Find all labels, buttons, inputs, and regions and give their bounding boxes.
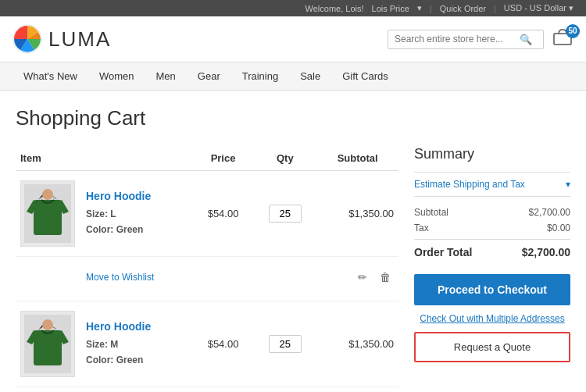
table-row: Hero Hoodie Size: M Color: Green $54.00 [16, 301, 398, 387]
col-qty: Qty [253, 146, 316, 171]
subtotal-row: Subtotal $2,700.00 [414, 205, 570, 220]
svg-point-4 [42, 189, 53, 200]
nav-item-whats-new[interactable]: What's New [13, 62, 88, 90]
subtotal-label: Subtotal [414, 207, 448, 218]
summary-box: Summary Estimate Shipping and Tax ▾ Subt… [414, 146, 570, 362]
logo[interactable]: LUMA [13, 24, 111, 54]
cart-button[interactable]: 50 [552, 29, 573, 50]
col-subtotal: Subtotal [316, 146, 398, 171]
item-qty-cell [253, 171, 316, 257]
tax-value: $0.00 [547, 223, 570, 233]
order-total-row: Order Total $2,700.00 [414, 239, 570, 265]
item-subtotal-2: $1,350.00 [316, 301, 398, 387]
header-right: 🔍 50 [388, 29, 573, 50]
cart-table-wrap: Item Price Qty Subtotal [16, 146, 398, 392]
item-subtotal: $1,350.00 [316, 171, 398, 257]
main-nav: What's New Women Men Gear Training Sale … [0, 62, 586, 91]
request-quote-button[interactable]: Request a Quote [414, 332, 570, 362]
item-color: Color: Green [86, 223, 188, 237]
currency-selector[interactable]: USD - US Dollar ▾ [504, 3, 573, 13]
move-to-wishlist-1[interactable]: Move to Wishlist [86, 272, 154, 283]
order-total-label: Order Total [414, 246, 472, 258]
svg-point-7 [42, 319, 53, 330]
logo-text: LUMA [48, 27, 111, 52]
row-actions-1: ✏ 🗑 [355, 269, 394, 285]
nav-item-gift-cards[interactable]: Gift Cards [331, 62, 399, 90]
page-title: Shopping Cart [16, 106, 570, 130]
svg-rect-6 [34, 330, 62, 365]
delete-item-1-button[interactable]: 🗑 [377, 269, 394, 285]
item-price: $54.00 [193, 171, 254, 257]
svg-rect-3 [34, 200, 62, 235]
hoodie-image [24, 184, 71, 243]
top-bar: Welcome, Lois! Lois Price ▾ | Quick Orde… [0, 0, 586, 16]
nav-item-gear[interactable]: Gear [187, 62, 231, 90]
item-actions-row-2: Move to Wishlist ✏ 🗑 [16, 387, 398, 393]
item-color-2: Color: Green [86, 353, 188, 368]
hoodie-image-2 [24, 315, 71, 373]
item-qty-cell-2 [253, 301, 316, 387]
order-total-value: $2,700.00 [522, 246, 570, 258]
tax-row: Tax $0.00 [414, 220, 570, 236]
chevron-down-icon: ▾ [566, 179, 570, 190]
search-icon: 🔍 [520, 34, 532, 45]
item-image [20, 180, 75, 247]
col-item: Item [16, 146, 193, 171]
nav-item-training[interactable]: Training [231, 62, 289, 90]
item-image-cell [16, 171, 81, 257]
nav-item-women[interactable]: Women [88, 62, 145, 90]
tax-label: Tax [414, 223, 429, 233]
item-info-cell-2: Hero Hoodie Size: M Color: Green [81, 301, 193, 387]
cart-layout: Item Price Qty Subtotal [16, 146, 570, 392]
item-image-cell-2 [16, 301, 81, 387]
nav-item-sale[interactable]: Sale [289, 62, 331, 90]
item-info-cell: Hero Hoodie Size: L Color: Green [81, 171, 193, 257]
item-actions-row: Move to Wishlist ✏ 🗑 [16, 257, 398, 301]
item-size: Size: L [86, 207, 188, 222]
nav-item-men[interactable]: Men [145, 62, 187, 90]
quick-order-link[interactable]: Quick Order [440, 4, 486, 13]
estimate-shipping-toggle[interactable]: Estimate Shipping and Tax ▾ [414, 172, 570, 197]
item-qty-input-2[interactable] [269, 335, 302, 353]
estimate-shipping-label: Estimate Shipping and Tax [414, 179, 525, 190]
item-price-2: $54.00 [193, 301, 254, 387]
subtotal-value: $2,700.00 [529, 207, 570, 218]
col-price: Price [193, 146, 254, 171]
item-name[interactable]: Hero Hoodie [86, 190, 188, 202]
summary-title: Summary [414, 146, 570, 162]
item-size-2: Size: M [86, 337, 188, 352]
dropdown-icon: ▾ [417, 3, 422, 13]
cart-table: Item Price Qty Subtotal [16, 146, 398, 392]
search-input[interactable] [395, 34, 520, 45]
welcome-text: Welcome, Lois! [306, 4, 364, 13]
site-header: LUMA 🔍 50 [0, 16, 586, 62]
page-content: Shopping Cart Item Price Qty Subtotal [0, 91, 586, 392]
item-image-2 [20, 311, 75, 377]
cart-count: 50 [566, 24, 580, 38]
item-qty-input[interactable] [269, 205, 302, 223]
logo-icon [13, 24, 42, 54]
account-link[interactable]: Lois Price [372, 4, 409, 13]
item-name-2[interactable]: Hero Hoodie [86, 320, 188, 333]
checkout-button[interactable]: Proceed to Checkout [414, 274, 570, 305]
multi-address-link[interactable]: Check Out with Multiple Addresses [414, 313, 570, 324]
table-row: Hero Hoodie Size: L Color: Green $54.00 [16, 171, 398, 257]
search-box[interactable]: 🔍 [388, 30, 544, 49]
edit-item-1-button[interactable]: ✏ [355, 269, 370, 285]
